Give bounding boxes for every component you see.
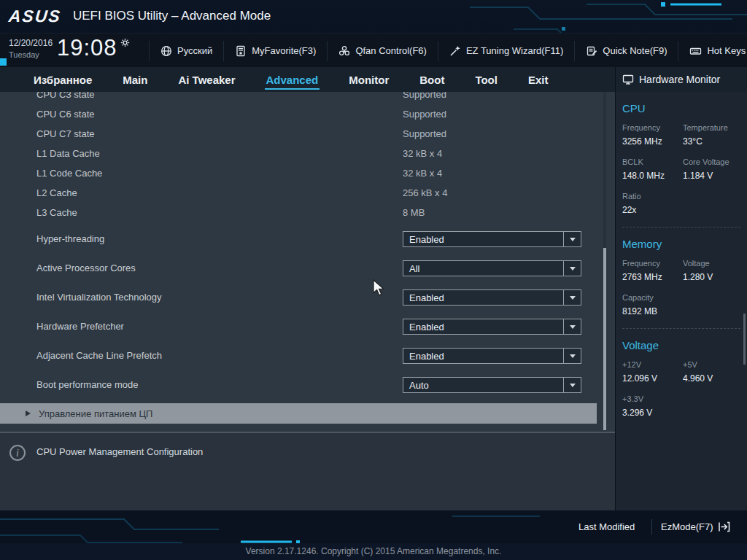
exit-arrow-icon — [718, 521, 730, 532]
version-strip: Version 2.17.1246. Copyright (C) 2015 Am… — [0, 543, 747, 560]
ez-tuning-wizard-button[interactable]: EZ Tuning Wizard(F11) — [438, 41, 574, 61]
tab-advanced[interactable]: Advanced — [265, 69, 320, 90]
dropdown-rows: Hyper-threading Enabled Active Processor… — [0, 225, 615, 400]
tab-monitor[interactable]: Monitor — [347, 69, 390, 90]
stat-memory-frequency: Frequency 2763 MHz — [622, 259, 683, 282]
myfavorite-button[interactable]: MyFavorite(F3) — [223, 41, 327, 61]
adjacent-cache-line-prefetch-select[interactable]: Enabled — [403, 348, 581, 364]
hw-section-memory: Memory Frequency 2763 MHz Voltage 1.280 … — [616, 238, 747, 316]
cpu-power-management-submenu[interactable]: Управление питанием ЦП — [0, 403, 597, 424]
setting-label: Hardware Prefetcher — [36, 321, 124, 332]
hot-keys-label: Hot Keys — [707, 45, 746, 56]
hyper-threading-select[interactable]: Enabled — [403, 231, 581, 247]
setting-label: L1 Code Cache — [36, 168, 403, 179]
stat-label: Temperature — [683, 123, 740, 132]
setting-label: L3 Cache — [36, 207, 403, 218]
setting-row-cpu-c6: CPU C6 state Supported — [0, 104, 615, 124]
page-title: UEFI BIOS Utility – Advanced Mode — [73, 9, 271, 23]
chevron-down-icon[interactable] — [563, 349, 581, 363]
stat-voltage-12v: +12V 12.096 V — [622, 360, 683, 384]
chevron-down-icon[interactable] — [563, 319, 581, 334]
tab-boot[interactable]: Boot — [418, 69, 446, 90]
hot-keys-button[interactable]: Hot Keys — [678, 41, 747, 61]
monitor-icon — [622, 74, 634, 85]
stat-label: Ratio — [622, 192, 683, 201]
language-label: Русский — [177, 45, 212, 56]
tab-tool[interactable]: Tool — [473, 69, 499, 90]
setting-row-l1-data-cache: L1 Data Cache 32 kB x 4 — [0, 144, 615, 163]
submenu-arrow-icon — [26, 411, 31, 416]
stat-value: 3.296 V — [622, 408, 683, 418]
scrollbar-thumb[interactable] — [603, 248, 606, 430]
setting-row-cpu-c3: CPU C3 state Supported — [0, 92, 615, 104]
stat-label: Capacity — [622, 293, 683, 302]
tab-favorites[interactable]: Избранное — [32, 69, 93, 90]
stat-value: 12.096 V — [622, 373, 683, 384]
setting-label: L2 Cache — [36, 187, 403, 198]
date-text: 12/20/2016 — [9, 38, 53, 50]
footer-bar: Last Modified EzMode(F7) — [0, 510, 747, 543]
hw-section-title: Memory — [622, 238, 740, 250]
edge-accent-decoration — [0, 58, 7, 66]
setting-row-intel-virtualization: Intel Virtualization Technology Enabled — [0, 283, 615, 312]
setting-value: 256 kB x 4 — [403, 187, 447, 198]
boot-performance-mode-select[interactable]: Auto — [403, 377, 581, 393]
chevron-down-icon[interactable] — [563, 232, 581, 246]
stat-value: 8192 MB — [622, 306, 683, 316]
setting-value: Supported — [403, 128, 446, 139]
quick-note-button[interactable]: Quick Note(F9) — [574, 41, 678, 61]
document-star-icon — [235, 45, 247, 57]
bios-screen: ASUS UEFI BIOS Utility – Advanced Mode 1… — [0, 0, 747, 560]
note-pencil-icon — [586, 45, 597, 57]
stat-label: +5V — [683, 360, 740, 369]
globe-icon — [160, 45, 172, 57]
submenu-label: Управление питанием ЦП — [39, 408, 152, 419]
dropdown-value: All — [403, 263, 563, 274]
setting-row-boot-performance-mode: Boot performance mode Auto — [0, 370, 615, 400]
tab-main[interactable]: Main — [121, 69, 149, 90]
setting-label: CPU C7 state — [36, 128, 403, 139]
help-text: CPU Power Management Configuration — [36, 446, 203, 457]
last-modified-button[interactable]: Last Modified — [578, 510, 635, 543]
setting-row-l2-cache: L2 Cache 256 kB x 4 — [0, 183, 615, 203]
setting-label: Adjacent Cache Line Prefetch — [36, 350, 162, 361]
quick-note-label: Quick Note(F9) — [603, 45, 667, 56]
setting-value: 32 kB x 4 — [403, 168, 442, 179]
stat-label: +12V — [622, 360, 683, 369]
setting-row-l1-code-cache: L1 Code Cache 32 kB x 4 — [0, 163, 615, 183]
setting-label: Active Processor Cores — [36, 262, 136, 273]
setting-row-hyper-threading: Hyper-threading Enabled — [0, 225, 615, 254]
footer-divider — [651, 519, 652, 534]
settings-panel: CPU C3 state Supported CPU C6 state Supp… — [0, 92, 615, 432]
qfan-label: Qfan Control(F6) — [355, 45, 427, 56]
help-panel: i CPU Power Management Configuration — [0, 432, 615, 510]
intel-virtualization-select[interactable]: Enabled — [403, 289, 581, 306]
setting-label: Boot performance mode — [36, 379, 138, 390]
ezmode-label: EzMode(F7) — [661, 521, 713, 532]
tab-exit[interactable]: Exit — [527, 69, 550, 90]
qfan-control-button[interactable]: Qfan Control(F6) — [327, 41, 438, 61]
chevron-down-icon[interactable] — [563, 290, 581, 305]
stat-cpu-frequency: Frequency 3256 MHz — [622, 123, 683, 147]
gear-icon[interactable] — [120, 38, 130, 47]
sidebar-scrollbar-thumb[interactable] — [743, 314, 746, 365]
hardware-monitor-header: Hardware Monitor — [616, 67, 747, 92]
asus-logo: ASUS — [8, 7, 63, 26]
language-button[interactable]: Русский — [149, 41, 223, 61]
tab-ai-tweaker[interactable]: Ai Tweaker — [177, 69, 236, 90]
stat-voltage-5v: +5V 4.960 V — [683, 360, 740, 384]
setting-row-cpu-c7: CPU C7 state Supported — [0, 124, 615, 144]
stat-cpu-bclk: BCLK 148.0 MHz — [622, 158, 683, 181]
ezmode-button[interactable]: EzMode(F7) — [661, 510, 730, 543]
setting-label: Hyper-threading — [36, 233, 104, 244]
chevron-down-icon[interactable] — [563, 261, 581, 276]
dropdown-value: Enabled — [403, 351, 563, 362]
stat-label: Core Voltage — [683, 158, 740, 166]
stat-value: 1.184 V — [683, 171, 740, 181]
active-processor-cores-select[interactable]: All — [403, 260, 581, 276]
clock-toolbar-row: 12/20/2016 Tuesday 19:08 Русский MyFavor… — [0, 33, 747, 67]
chevron-down-icon[interactable] — [563, 378, 581, 392]
stat-value: 3256 MHz — [622, 136, 683, 147]
hardware-prefetcher-select[interactable]: Enabled — [403, 319, 581, 335]
fan-icon — [338, 45, 350, 57]
